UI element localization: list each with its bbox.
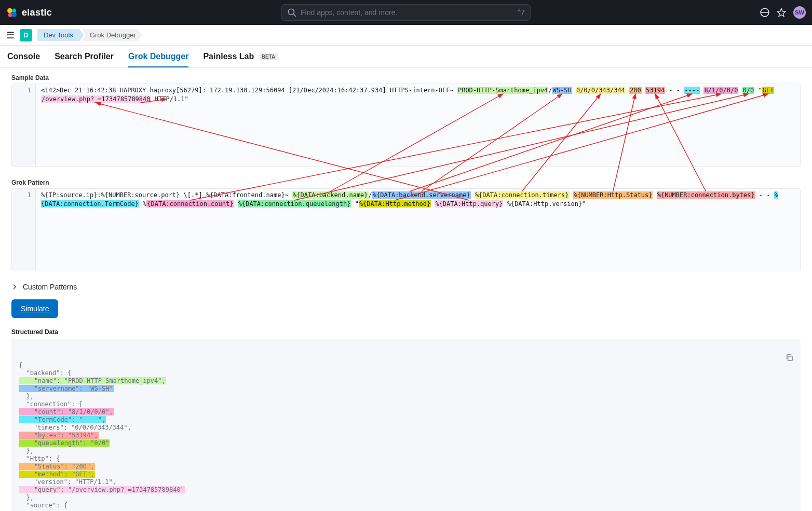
grok-pattern-label: Grok Pattern [11, 179, 801, 186]
tab-painless-lab[interactable]: Painless Lab BETA [203, 52, 278, 67]
sub-bar: ☰ D Dev Tools Grok Debugger [0, 25, 812, 46]
tool-tabs: Console Search Profiler Grok Debugger Pa… [0, 46, 812, 68]
svg-point-0 [7, 8, 12, 13]
hl-method: GET [762, 87, 775, 94]
top-bar: elastic ^/ SW [0, 0, 812, 25]
pat-bytes: %{NUMBER:connection.bytes} [657, 191, 755, 199]
custom-patterns-toggle[interactable]: Custom Patterns [0, 278, 812, 296]
pat-timers: %{DATA:connection.timers} [475, 191, 570, 199]
structured-data-output: { "backend": { "name": "PROD-HTTP-Smarth… [11, 339, 801, 511]
breadcrumb: Dev Tools Grok Debugger [37, 29, 142, 41]
hl-backend-name: PROD-HTTP-Smarthome_ipv4 [457, 87, 548, 94]
search-shortcut: ^/ [518, 9, 525, 16]
menu-toggle-icon[interactable]: ☰ [6, 30, 15, 41]
elastic-logo-icon [6, 7, 18, 18]
hl-timers: 0/0/0/343/344 [576, 87, 626, 94]
hl-query: /overview.php?_=1734785789840 [41, 95, 151, 103]
space-badge[interactable]: D [20, 29, 32, 42]
sample-data-editor[interactable]: 1 <142>Dec 21 16:42:38 HAPROXY haproxy[5… [11, 84, 801, 167]
breadcrumb-grok[interactable]: Grok Debugger [82, 29, 142, 41]
pat-queue: %{DATA:connection.queuelength} [238, 200, 351, 208]
tab-search-profiler[interactable]: Search Profiler [55, 52, 114, 67]
copy-icon[interactable] [767, 346, 793, 371]
tab-console[interactable]: Console [7, 52, 40, 67]
hl-termcode: ---- [684, 87, 700, 94]
sample-data-label: Sample Data [11, 74, 801, 81]
structured-data-label: Structured Data [0, 328, 812, 336]
svg-rect-17 [788, 356, 792, 361]
chevron-right-icon [11, 284, 18, 290]
svg-point-4 [288, 9, 294, 15]
pat-backend-server: %{DATA:backend.servername} [372, 191, 471, 199]
breadcrumb-devtools[interactable]: Dev Tools [37, 29, 79, 41]
brand-text: elastic [22, 7, 52, 18]
pat-status: %{NUMBER:Http.Status} [573, 191, 653, 199]
pat-count: {DATA:connection.count} [146, 200, 234, 208]
hl-count: 8/1/0/0/0 [703, 87, 738, 94]
help-icon[interactable] [777, 8, 786, 17]
svg-point-3 [11, 12, 17, 17]
pat-query: %{DATA:Http.query} [435, 200, 503, 208]
simulate-button[interactable]: Simulate [11, 299, 58, 318]
news-icon[interactable] [760, 8, 769, 17]
hl-status: 200 [629, 87, 642, 94]
pat-backend-name: %{DATA:backend.name} [292, 191, 369, 199]
global-search[interactable]: ^/ [281, 4, 531, 21]
brand-logo[interactable]: elastic [6, 7, 52, 18]
search-icon [287, 8, 296, 17]
hl-queue: 0/0 [742, 87, 755, 94]
pat-method: %{DATA:Http.method} [359, 200, 431, 208]
tab-grok-debugger[interactable]: Grok Debugger [128, 52, 188, 67]
search-input[interactable] [301, 8, 513, 17]
hl-bytes: 53194 [645, 87, 665, 94]
grok-pattern-editor[interactable]: 1 %{IP:source.ip}:%{NUMBER:source.port} … [11, 188, 801, 271]
hl-backend-server: WS-SH [552, 87, 572, 94]
user-avatar[interactable]: SW [793, 6, 806, 19]
